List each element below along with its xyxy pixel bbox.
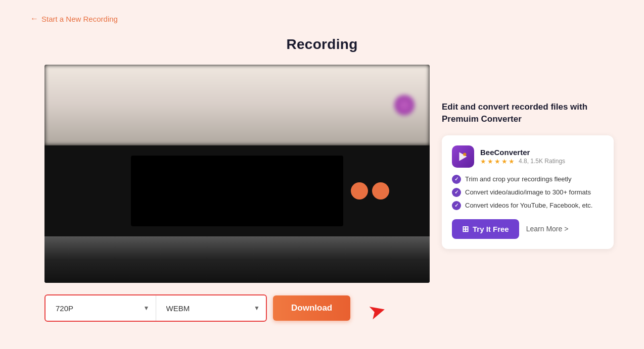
star-4: ★ [501,158,508,165]
video-top-section [44,65,430,145]
feature-text-1: Trim and crop your recordings fleetly [465,175,572,183]
try-it-free-button[interactable]: ⊞ Try It Free [452,219,519,239]
converter-name: BeeConverter [480,148,565,157]
video-dots [351,182,389,200]
download-button[interactable]: Download [273,295,350,321]
feature-item-2: Convert video/audio/image to 300+ format… [452,188,604,197]
resolution-select[interactable]: 720P 1080P 480P 360P [45,295,156,321]
dot-1 [351,182,368,200]
format-wrapper: WEBM MP4 AVI MOV ▼ [156,295,266,321]
converter-header: BeeConverter ★ ★ ★ ★ ★ 4.8, 1.5K Ratings [452,145,604,168]
video-preview [44,65,430,283]
card-actions: ⊞ Try It Free Learn More > [452,219,604,239]
svg-point-1 [463,153,467,156]
resolution-wrapper: 720P 1080P 480P 360P ▼ [45,295,156,321]
converter-rating: ★ ★ ★ ★ ★ 4.8, 1.5K Ratings [480,158,565,165]
star-1: ★ [480,158,486,165]
check-icon-1 [452,175,461,184]
star-3: ★ [494,158,500,165]
page-title: Recording [286,36,357,53]
back-arrow-icon: ← [30,14,38,23]
feature-list: Trim and crop your recordings fleetly Co… [452,175,604,210]
learn-more-link[interactable]: Learn More > [526,225,569,233]
try-button-label: Try It Free [473,225,509,233]
converter-app-icon [452,145,474,168]
windows-icon: ⊞ [462,224,469,234]
feature-text-2: Convert video/audio/image to 300+ format… [465,188,591,196]
back-link[interactable]: ← Start a New Recording [30,14,118,23]
stars: ★ ★ ★ ★ ★ [480,158,515,165]
feature-item-1: Trim and crop your recordings fleetly [452,175,604,184]
rating-text: 4.8, 1.5K Ratings [519,158,565,165]
right-panel: Edit and convert recorded files with Pre… [442,101,614,249]
converter-card: BeeConverter ★ ★ ★ ★ ★ 4.8, 1.5K Ratings… [442,135,614,249]
converter-info: BeeConverter ★ ★ ★ ★ ★ 4.8, 1.5K Ratings [480,148,565,165]
video-black-area [131,156,343,226]
video-middle-section [44,145,430,236]
check-icon-2 [452,188,461,197]
video-bottom-section [44,236,430,283]
format-selects-container: 720P 1080P 480P 360P ▼ WEBM MP4 AVI MOV … [44,294,267,322]
star-5: ★ [509,158,515,165]
check-icon-3 [452,201,461,210]
dot-2 [372,182,389,200]
format-select[interactable]: WEBM MP4 AVI MOV [156,295,266,321]
feature-item-3: Convert videos for YouTube, Facebook, et… [452,201,604,210]
feature-text-3: Convert videos for YouTube, Facebook, et… [465,202,592,209]
back-link-label: Start a New Recording [41,15,118,23]
star-2: ★ [487,158,493,165]
right-panel-title: Edit and convert recorded files with Pre… [442,101,614,125]
